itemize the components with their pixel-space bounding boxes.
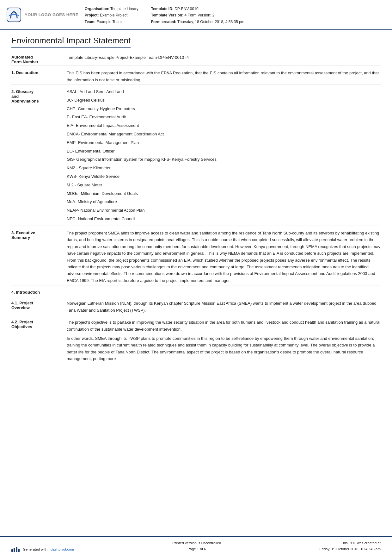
header-meta: Organisation: Template Library Project: … [85, 4, 381, 25]
glossary-item: MDGs- Millennium Development Goals [67, 190, 381, 197]
template-version-value: 4 [185, 13, 187, 17]
template-id-label: Template ID: [151, 7, 174, 11]
glossary-item: GIS- Geographical Information System for… [67, 156, 381, 163]
bar3 [16, 547, 17, 552]
section4-2-content: The project's objective is to partake in… [67, 319, 381, 362]
dashpivot-link[interactable]: dashpivot.com [51, 547, 74, 551]
footer-bars-icon [11, 547, 20, 552]
project-row: Project: Example Project [85, 12, 138, 18]
form-created-row: Form created: Thursday, 18 October 2018,… [151, 19, 244, 25]
form-created-value: Thursday, 18 October 2018, 4:58:35 pm [177, 20, 244, 24]
section1-row: 1. Declaration This EIS has been prepare… [11, 66, 381, 85]
project-value: Example Project [100, 13, 127, 17]
section4-1-content: Norwegian Lutheran Mission (NLM), throug… [67, 300, 381, 314]
glossary-item: EIA- Environmental Impact Assessment [67, 122, 381, 129]
doc-title-row: Environmental Impact Statement [0, 30, 392, 50]
template-id-row: Template ID: DP-ENV-0010 [151, 6, 244, 12]
glossary-item: E- East EA- Environmental Audit [67, 114, 381, 121]
form-created-label: Form created: [151, 20, 176, 24]
section3-row: 3. Executive Summary The project propone… [11, 226, 381, 286]
section4-2-label: 4.2. Project Objectives [11, 319, 67, 362]
header-col-right: Template ID: DP-ENV-0010 Template Versio… [151, 6, 244, 25]
team-value: Example Team [97, 20, 122, 24]
header: YOUR LOGO GOES HERE Organisation: Templa… [0, 0, 392, 30]
automated-form-row: Automated Form Number Template Library-E… [11, 50, 381, 66]
glossary-item: KM2 - Square Kilometer [67, 165, 381, 171]
glossary-item: ASAL- Arid and Semi Arid Land [67, 89, 381, 95]
glossary-item: MoA- Ministry of Agriculture [67, 199, 381, 205]
doc-title: Environmental Impact Statement [11, 36, 131, 48]
bar2 [14, 548, 15, 552]
section2-row: 2. Glossary and Abbreviations ASAL- Arid… [11, 85, 381, 226]
footer-center-line2: Page 1 of 6 [172, 546, 221, 552]
header-col-left: Organisation: Template Library Project: … [85, 6, 138, 25]
logo-text: YOUR LOGO GOES HERE [25, 12, 78, 17]
team-row: Team: Example Team [85, 19, 138, 25]
bar1 [11, 549, 13, 552]
footer-left: Generated with dashpivot.com [11, 547, 74, 552]
section2-content: ASAL- Arid and Semi Arid Land0C- Degrees… [67, 89, 381, 224]
org-label: Organisation: [85, 7, 109, 11]
footer-right-line1: This PDF was created at [320, 540, 381, 546]
form-version-value: 2 [212, 13, 215, 17]
section1-label: 1. Declaration [11, 70, 67, 83]
glossary-item: EMP- Environmental Management Plan [67, 140, 381, 146]
org-row: Organisation: Template Library [85, 6, 138, 12]
section4-content [67, 289, 381, 295]
project-label: Project: [85, 13, 99, 17]
glossary-item: EO- Environmental Officer [67, 148, 381, 155]
logo-area: YOUR LOGO GOES HERE [6, 4, 78, 25]
bar4 [18, 549, 20, 552]
footer-right: This PDF was created at Friday, 19 Octob… [320, 540, 381, 552]
glossary-item: NEC- National Environmental Council [67, 216, 381, 222]
page: YOUR LOGO GOES HERE Organisation: Templa… [0, 0, 392, 555]
glossary-item: KWS- Kenya Wildlife Service [67, 173, 381, 180]
glossary-item: 0C- Degrees Celsius [67, 97, 381, 104]
template-id-value: DP-ENV-0010 [175, 7, 198, 11]
generated-text: Generated with [23, 547, 47, 551]
glossary-item: EMCA- Environmental Management Coordinat… [67, 131, 381, 138]
section4-2-row: 4.2. Project Objectives The project's ob… [11, 315, 381, 364]
section3-label: 3. Executive Summary [11, 230, 67, 284]
section4-1-row: 4.1. Project Overview Norwegian Lutheran… [11, 296, 381, 315]
section4-label: 4. Introduction [11, 289, 67, 295]
automated-form-label: Automated Form Number [11, 54, 67, 64]
automated-form-value: Template Library-Example Project-Example… [67, 54, 381, 64]
section1-content: This EIS has been prepared in accordance… [67, 70, 381, 83]
footer-center: Printed version is uncontrolled Page 1 o… [172, 540, 221, 552]
team-label: Team: [85, 20, 95, 24]
content: Automated Form Number Template Library-E… [0, 50, 392, 536]
section4-1-label: 4.1. Project Overview [11, 300, 67, 314]
form-version-label: Form Version: [188, 13, 211, 17]
template-version-row: Template Version: 4 Form Version: 2 [151, 12, 244, 18]
footer-right-line2: Friday, 19 October 2018, 10:49:48 am [320, 546, 381, 552]
org-value: Template Library [110, 7, 138, 11]
glossary-item: CHP- Community Hygiene Promoters [67, 106, 381, 112]
footer: Generated with dashpivot.com Printed ver… [0, 536, 392, 555]
glossary-item: NEAP- National Environmental Action Plan [67, 207, 381, 214]
section3-content: The project proponent SMEA aims to impro… [67, 230, 381, 284]
glossary-item: M 2 - Square Meter [67, 182, 381, 189]
section2-label: 2. Glossary and Abbreviations [11, 89, 67, 224]
section4-row: 4. Introduction [11, 285, 381, 296]
logo-icon [6, 7, 21, 22]
template-version-label: Template Version: [151, 13, 183, 17]
footer-center-line1: Printed version is uncontrolled [172, 540, 221, 546]
